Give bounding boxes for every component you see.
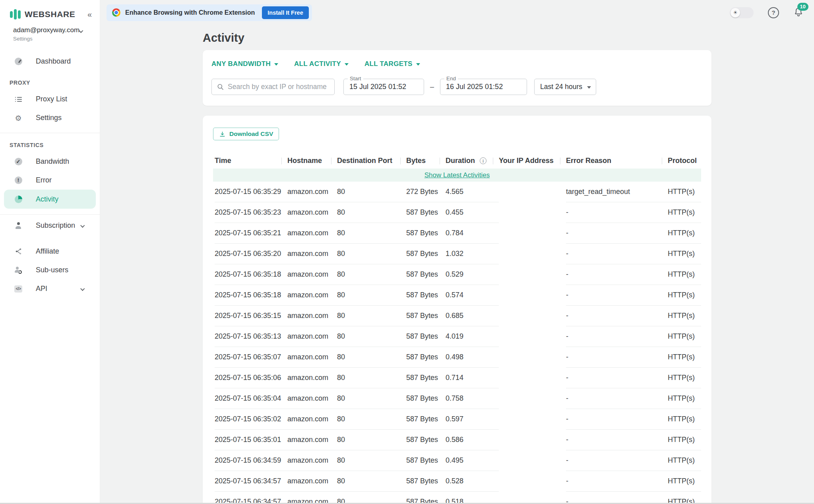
cell-destination-port: 80 xyxy=(337,471,406,492)
cell-hostname: amazon.com xyxy=(287,347,337,368)
show-latest-activities-link[interactable]: Show Latest Activities xyxy=(424,171,490,179)
start-date-value: 15 Jul 2025 01:52 xyxy=(349,83,406,91)
cell-duration: 0.528 xyxy=(446,471,499,492)
cell-destination-port: 80 xyxy=(337,326,406,347)
cell-duration: 0.758 xyxy=(446,388,499,409)
cell-your-ip xyxy=(499,430,566,450)
cell-hostname: amazon.com xyxy=(287,471,337,492)
cell-destination-port: 80 xyxy=(337,368,406,388)
user-account-dropdown[interactable]: adam@proxyway.com Settings xyxy=(0,26,100,42)
column-header-bytes: Bytes xyxy=(406,157,446,165)
topbar-icons: ☀ ? 10 xyxy=(730,7,804,19)
cell-protocol: HTTP(s) xyxy=(668,347,701,368)
search-box xyxy=(211,79,335,95)
cell-your-ip xyxy=(499,347,566,368)
error-exclamation-icon: ! xyxy=(14,176,22,184)
sidebar-item-settings[interactable]: ⚙ Settings xyxy=(0,109,100,127)
cell-bytes: 587 Bytes xyxy=(406,223,446,244)
table-row: 2025-07-15 06:35:23 amazon.com 80 587 By… xyxy=(213,202,701,223)
sidebar-item-activity[interactable]: Activity xyxy=(4,190,96,209)
cell-your-ip xyxy=(499,202,566,223)
targets-filter-dropdown[interactable]: ALL TARGETS xyxy=(364,60,420,68)
activity-table: Time Hostname Destination Port Bytes Dur… xyxy=(213,153,701,504)
cell-time: 2025-07-15 06:35:18 xyxy=(215,264,287,285)
cell-destination-port: 80 xyxy=(337,450,406,471)
table-row: 2025-07-15 06:35:15 amazon.com 80 587 By… xyxy=(213,306,701,326)
cell-time: 2025-07-15 06:34:59 xyxy=(215,450,287,471)
cell-error-reason: - xyxy=(566,430,668,450)
install-extension-button[interactable]: Install It Free xyxy=(262,6,308,19)
filters-card: ANY BANDWIDTH ALL ACTIVITY ALL TARGETS xyxy=(203,50,711,106)
table-row: 2025-07-15 06:35:01 amazon.com 80 587 By… xyxy=(213,430,701,450)
duration-info-icon[interactable]: i xyxy=(480,157,486,164)
cell-time: 2025-07-15 06:35:13 xyxy=(215,326,287,347)
cell-error-reason: - xyxy=(566,326,668,347)
sidebar-nav: Dashboard PROXY Proxy List ⚙ Settings ST… xyxy=(0,52,100,298)
cell-protocol: HTTP(s) xyxy=(668,388,701,409)
column-header-time: Time xyxy=(215,157,287,165)
sidebar-divider xyxy=(0,133,100,133)
column-header-error-reason: Error Reason xyxy=(566,157,668,165)
cell-destination-port: 80 xyxy=(337,409,406,430)
topbar: Enhance Browsing with Chrome Extension I… xyxy=(100,0,814,25)
cell-duration: 0.574 xyxy=(446,285,499,306)
cell-error-reason: - xyxy=(566,285,668,306)
sidebar-item-proxy-list[interactable]: Proxy List xyxy=(0,90,100,109)
help-icon[interactable]: ? xyxy=(768,7,779,18)
end-date-field[interactable]: End 16 Jul 2025 01:52 xyxy=(440,79,527,95)
cell-error-reason: - xyxy=(566,409,668,430)
download-csv-label: Download CSV xyxy=(229,130,273,138)
cell-bytes: 587 Bytes xyxy=(406,306,446,326)
table-row: 2025-07-15 06:35:07 amazon.com 80 587 By… xyxy=(213,347,701,368)
cell-destination-port: 80 xyxy=(337,388,406,409)
notification-count-badge: 10 xyxy=(797,3,808,11)
cell-your-ip xyxy=(499,450,566,471)
table-body: 2025-07-15 06:35:29 amazon.com 80 272 By… xyxy=(213,182,701,504)
cell-destination-port: 80 xyxy=(337,492,406,504)
sidebar-item-api[interactable]: </> API xyxy=(0,279,100,298)
banner-text: Enhance Browsing with Chrome Extension xyxy=(125,9,255,16)
sidebar-item-affiliate[interactable]: Affiliate xyxy=(0,242,100,261)
sidebar-item-bandwidth[interactable]: Bandwidth xyxy=(0,152,100,171)
caret-down-icon xyxy=(587,86,591,89)
end-date-label: End xyxy=(444,76,458,81)
cell-destination-port: 80 xyxy=(337,347,406,368)
activity-filter-dropdown[interactable]: ALL ACTIVITY xyxy=(294,60,349,68)
sidebar-item-subscription[interactable]: Subscription xyxy=(0,216,100,235)
chrome-logo-icon xyxy=(112,8,120,17)
cell-time: 2025-07-15 06:35:20 xyxy=(215,244,287,264)
sidebar-item-sub-users[interactable]: Sub-users xyxy=(0,261,100,279)
sidebar-section-proxy: PROXY xyxy=(0,79,100,86)
gear-icon: ⚙ xyxy=(14,114,22,122)
theme-toggle[interactable]: ☀ xyxy=(730,7,754,18)
sidebar-collapse-icon[interactable]: « xyxy=(85,10,94,19)
person-icon xyxy=(14,222,22,230)
cell-time: 2025-07-15 06:35:21 xyxy=(215,223,287,244)
table-row: 2025-07-15 06:35:29 amazon.com 80 272 By… xyxy=(213,182,701,202)
cell-bytes: 587 Bytes xyxy=(406,430,446,450)
cell-duration: 0.597 xyxy=(446,409,499,430)
cell-your-ip xyxy=(499,223,566,244)
cell-bytes: 587 Bytes xyxy=(406,368,446,388)
bandwidth-filter-dropdown[interactable]: ANY BANDWIDTH xyxy=(211,60,278,68)
download-csv-button[interactable]: Download CSV xyxy=(213,128,279,140)
sidebar-item-dashboard[interactable]: Dashboard xyxy=(0,52,100,71)
cell-duration: 0.498 xyxy=(446,347,499,368)
cell-bytes: 587 Bytes xyxy=(406,409,446,430)
pie-chart-icon xyxy=(14,195,22,203)
cell-protocol: HTTP(s) xyxy=(668,326,701,347)
search-input[interactable] xyxy=(228,83,330,91)
cell-destination-port: 80 xyxy=(337,182,406,202)
cell-hostname: amazon.com xyxy=(287,430,337,450)
cell-error-reason: - xyxy=(566,492,668,504)
cell-error-reason: - xyxy=(566,202,668,223)
start-date-field[interactable]: Start 15 Jul 2025 01:52 xyxy=(343,79,424,95)
sidebar-item-label: Activity xyxy=(36,195,58,204)
cell-protocol: HTTP(s) xyxy=(668,285,701,306)
sidebar-item-error[interactable]: ! Error xyxy=(0,171,100,190)
notifications-button[interactable]: 10 xyxy=(793,7,804,19)
code-icon: </> xyxy=(14,285,22,293)
cell-hostname: amazon.com xyxy=(287,492,337,504)
time-range-select[interactable]: Last 24 hours xyxy=(534,79,596,95)
page-title: Activity xyxy=(203,31,711,45)
